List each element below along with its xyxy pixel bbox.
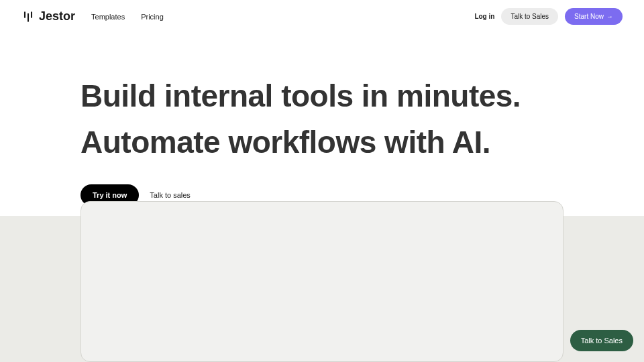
demo-video-placeholder <box>80 201 564 362</box>
hero-title-line2: Automate workflows with AI. <box>80 119 564 166</box>
logo-icon <box>21 10 35 23</box>
talk-to-sales-button[interactable]: Talk to Sales <box>501 8 558 25</box>
header: Jestor Templates Pricing Log in Talk to … <box>0 0 644 33</box>
header-right: Log in Talk to Sales Start Now → <box>474 8 623 25</box>
hero-title: Build internal tools in minutes. Automat… <box>80 73 564 166</box>
start-now-button[interactable]: Start Now → <box>565 8 623 25</box>
nav-templates[interactable]: Templates <box>91 13 125 21</box>
header-left: Jestor Templates Pricing <box>21 9 164 23</box>
brand-name: Jestor <box>39 9 75 23</box>
arrow-right-icon: → <box>606 13 613 20</box>
floating-talk-to-sales-button[interactable]: Talk to Sales <box>570 330 633 351</box>
hero: Build internal tools in minutes. Automat… <box>0 33 644 226</box>
nav-pricing[interactable]: Pricing <box>141 13 164 21</box>
hero-title-line1: Build internal tools in minutes. <box>80 73 564 119</box>
login-link[interactable]: Log in <box>474 13 494 20</box>
logo[interactable]: Jestor <box>21 9 75 23</box>
talk-to-sales-link[interactable]: Talk to sales <box>150 191 191 199</box>
start-now-label: Start Now <box>574 13 604 20</box>
